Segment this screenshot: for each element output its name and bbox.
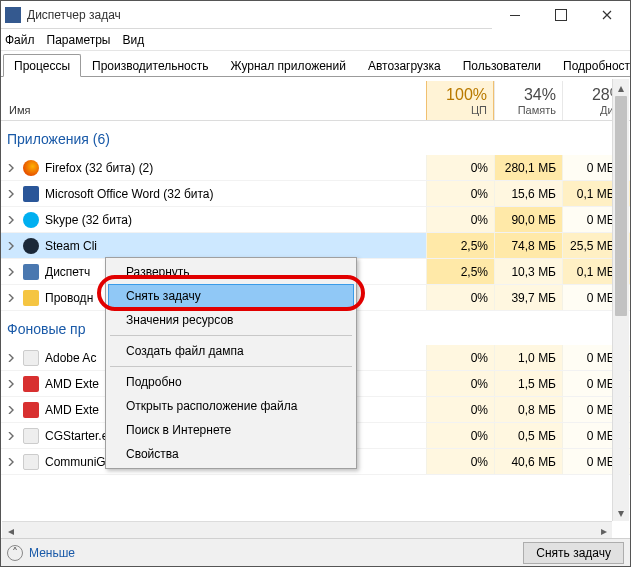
app-icon [5,7,21,23]
ctx-expand[interactable]: Развернуть [108,260,354,284]
chevron-right-icon[interactable] [5,292,17,304]
column-headers: Имя 100% ЦП 34% Память 28% Диск [1,81,630,121]
memory-cell: 280,1 МБ [494,155,562,180]
chevron-right-icon[interactable] [5,162,17,174]
ctx-open-location[interactable]: Открыть расположение файла [108,394,354,418]
ctx-resource-values[interactable]: Значения ресурсов [108,308,354,332]
memory-cell: 90,0 МБ [494,207,562,232]
menu-bar: Файл Параметры Вид [1,29,630,51]
process-name-cell: Firefox (32 бита) (2) [1,160,426,176]
cpu-cell: 2,5% [426,233,494,258]
chevron-right-icon[interactable] [5,188,17,200]
generic-icon [23,454,39,470]
tab-performance[interactable]: Производительность [81,54,219,77]
context-menu: Развернуть Снять задачу Значения ресурсо… [105,257,357,469]
tab-processes[interactable]: Процессы [3,54,81,77]
col-name[interactable]: Имя [1,81,426,120]
memory-cell: 40,6 МБ [494,449,562,474]
maximize-button[interactable] [538,1,584,29]
memory-cell: 1,5 МБ [494,371,562,396]
process-row[interactable]: Firefox (32 бита) (2)0%280,1 МБ0 МБ/с [1,155,630,181]
process-name: AMD Exte [45,377,99,391]
window-controls [492,1,630,29]
ctx-create-dump[interactable]: Создать файл дампа [108,339,354,363]
cpu-cell: 0% [426,181,494,206]
process-name: Skype (32 бита) [45,213,132,227]
chevron-right-icon[interactable] [5,214,17,226]
fewer-details-label: Меньше [29,546,75,560]
ctx-properties[interactable]: Свойства [108,442,354,466]
memory-cell: 1,0 МБ [494,345,562,370]
cpu-cell: 0% [426,345,494,370]
tab-users[interactable]: Пользователи [452,54,552,77]
steam-icon [23,238,39,254]
minimize-button[interactable] [492,1,538,29]
vertical-scrollbar[interactable]: ▴ ▾ [612,79,629,521]
word-icon [23,186,39,202]
group-apps[interactable]: Приложения (6) [1,121,630,155]
cpu-cell: 0% [426,207,494,232]
ctx-details[interactable]: Подробно [108,370,354,394]
generic-icon [23,428,39,444]
tab-strip: Процессы Производительность Журнал прило… [1,51,630,77]
cpu-cell: 0% [426,397,494,422]
chevron-right-icon[interactable] [5,352,17,364]
scroll-right-button[interactable]: ▸ [595,522,612,539]
process-name: Adobe Ac [45,351,96,365]
chevron-right-icon[interactable] [5,430,17,442]
window-title: Диспетчер задач [27,8,121,22]
cpu-pct: 100% [446,86,487,104]
scroll-left-button[interactable]: ◂ [2,522,19,539]
process-name: Диспетч [45,265,90,279]
menu-options[interactable]: Параметры [47,33,111,47]
process-name: Microsoft Office Word (32 бита) [45,187,214,201]
menu-view[interactable]: Вид [122,33,144,47]
chevron-right-icon[interactable] [5,378,17,390]
menu-file[interactable]: Файл [5,33,35,47]
cpu-cell: 0% [426,423,494,448]
close-button[interactable] [584,1,630,29]
amd-icon [23,376,39,392]
process-name: Firefox (32 бита) (2) [45,161,153,175]
scroll-thumb[interactable] [615,96,627,316]
footer: ˄ Меньше Снять задачу [1,538,630,566]
scroll-down-button[interactable]: ▾ [613,504,629,521]
ctx-sep-1 [110,335,352,336]
process-row[interactable]: Steam Cli2,5%74,8 МБ25,5 МБ/с [1,233,630,259]
mem-lbl: Память [518,104,556,116]
ctx-search-web[interactable]: Поиск в Интернете [108,418,354,442]
process-name: AMD Exte [45,403,99,417]
mem-pct: 34% [524,86,556,104]
memory-cell: 15,6 МБ [494,181,562,206]
ctx-sep-2 [110,366,352,367]
process-row[interactable]: Microsoft Office Word (32 бита)0%15,6 МБ… [1,181,630,207]
process-name: Steam Cli [45,239,97,253]
process-row[interactable]: Skype (32 бита)0%90,0 МБ0 МБ/с [1,207,630,233]
cpu-cell: 0% [426,371,494,396]
memory-cell: 10,3 МБ [494,259,562,284]
memory-cell: 39,7 МБ [494,285,562,310]
end-task-button[interactable]: Снять задачу [523,542,624,564]
memory-cell: 74,8 МБ [494,233,562,258]
col-cpu[interactable]: 100% ЦП [426,81,494,120]
chevron-right-icon[interactable] [5,456,17,468]
chevron-right-icon[interactable] [5,404,17,416]
chevron-right-icon[interactable] [5,266,17,278]
ctx-end-task[interactable]: Снять задачу [108,284,354,308]
tab-startup[interactable]: Автозагрузка [357,54,452,77]
memory-cell: 0,5 МБ [494,423,562,448]
chevron-right-icon[interactable] [5,240,17,252]
explorer-icon [23,290,39,306]
tab-app-history[interactable]: Журнал приложений [220,54,357,77]
cpu-cell: 0% [426,449,494,474]
col-memory[interactable]: 34% Память [494,81,562,120]
skype-icon [23,212,39,228]
amd-icon [23,402,39,418]
fewer-details-button[interactable]: ˄ Меньше [7,545,75,561]
memory-cell: 0,8 МБ [494,397,562,422]
tm-icon [23,264,39,280]
scroll-up-button[interactable]: ▴ [613,79,629,96]
horizontal-scrollbar[interactable]: ◂ ▸ [2,521,612,538]
tab-details[interactable]: Подробности [552,54,631,77]
process-name-cell: Microsoft Office Word (32 бита) [1,186,426,202]
